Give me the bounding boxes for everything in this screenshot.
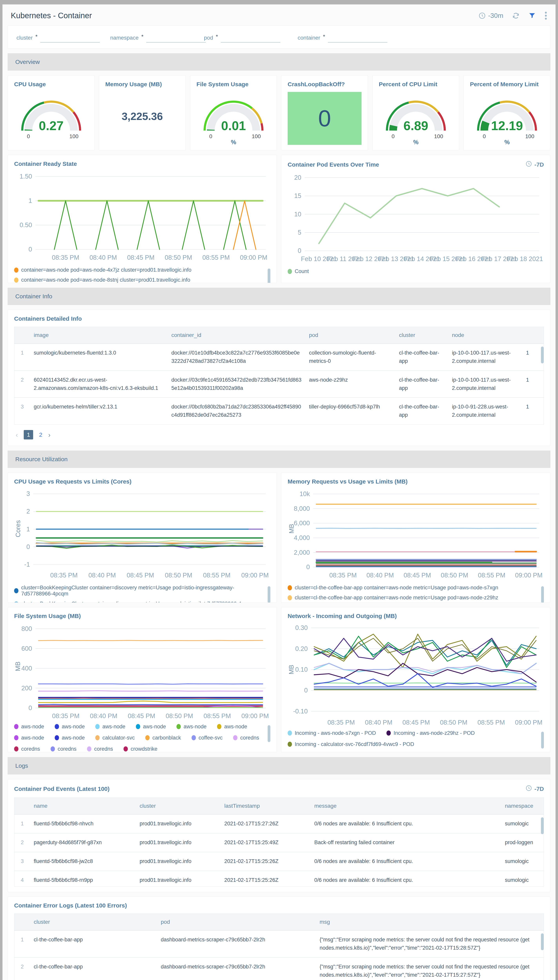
panel-time-range[interactable]: -7D (525, 161, 544, 169)
column-header[interactable]: node (448, 327, 522, 344)
table-row[interactable]: 4fluentd-5fb6b6cf98-rn9ppprod01.travello… (14, 871, 544, 887)
table-row[interactable]: 1cl-the-coffee-bar-appdashboard-metrics-… (14, 931, 544, 957)
column-header[interactable]: image (30, 327, 168, 344)
column-header[interactable]: namespace (501, 798, 544, 814)
cell: cl-the-coffee-bar-app (30, 931, 157, 957)
table-row[interactable]: 1sumologic/kubernetes-fluentd:1.3.0docke… (14, 344, 544, 370)
legend-item[interactable]: aws-node (14, 724, 44, 730)
column-header[interactable]: msg (316, 914, 544, 931)
legend-item[interactable]: calculator-svc (95, 735, 135, 741)
cell: 1 (522, 370, 544, 398)
table-row[interactable]: 2602401143452.dkr.ecr.us-west-2.amazonaw… (14, 370, 544, 398)
legend-scrollbar[interactable] (268, 586, 270, 603)
legend-item[interactable]: carbonblack (145, 735, 181, 741)
container-filter-input[interactable] (328, 33, 387, 43)
time-range-control[interactable]: -30m (478, 12, 503, 20)
column-header[interactable]: pod (157, 914, 316, 931)
legend-item[interactable]: coredns (51, 746, 77, 752)
legend-scrollbar[interactable] (268, 725, 270, 742)
column-header[interactable]: lastTimestamp (221, 798, 311, 814)
table-row[interactable]: 3fluentd-5fb6b6cf98-jw2c8prod01.travello… (14, 852, 544, 871)
panel-title: Container Error Logs (Latest 100 Errors) (14, 902, 544, 909)
namespace-filter-input[interactable] (146, 33, 206, 43)
table-scrollbar[interactable] (541, 933, 544, 950)
legend-item[interactable]: coredns (87, 746, 113, 752)
legend-item[interactable]: container=aws-node pod=aws-node-4x7jz cl… (14, 267, 263, 273)
legend-item[interactable]: aws-node (136, 724, 166, 730)
legend-color-dot (288, 269, 292, 274)
column-header[interactable] (522, 327, 544, 344)
kebab-menu-icon[interactable] (545, 11, 547, 20)
column-header[interactable]: cluster (136, 798, 221, 814)
cell: {"msg":"Error scraping node metrics: the… (316, 957, 544, 980)
legend-item[interactable]: Incoming - aws-node-s7xgn - POD (288, 730, 376, 736)
table-row[interactable]: 2cl-the-coffee-bar-appdashboard-metrics-… (14, 957, 544, 980)
legend-item[interactable]: aws-node (14, 735, 44, 741)
table-row[interactable]: 2pagerduty-84d685f79f-g87xnprod01.travel… (14, 833, 544, 852)
legend-item[interactable]: cluster=BookKeepingCluster container=dis… (14, 601, 263, 603)
cpu-limit-gauge: 6.890100% (379, 88, 453, 145)
column-header[interactable] (14, 914, 30, 931)
legend-item[interactable]: cluster=cl-the-coffee-bar-app container=… (288, 585, 537, 591)
legend-item[interactable]: Count (288, 268, 537, 274)
svg-text:100: 100 (525, 133, 534, 139)
legend-scrollbar[interactable] (268, 269, 270, 283)
prev-page-button[interactable]: ‹ (16, 431, 18, 439)
table-scrollbar[interactable] (541, 817, 544, 834)
legend-item[interactable]: aws-node (55, 735, 85, 741)
legend-color-dot (192, 735, 196, 740)
legend-item[interactable]: aws-node (95, 724, 125, 730)
pod-events-legend: Count (288, 268, 544, 274)
legend-item[interactable]: Incoming - aws-node-z29hz - POD (386, 730, 475, 736)
legend-item[interactable]: Incoming - calculator-svc-76cdf7fd69-4vw… (288, 741, 414, 747)
legend-item[interactable]: crowdstrike (123, 746, 158, 752)
svg-text:-1: -1 (24, 561, 30, 568)
panel-title: Memory Requests vs Usage vs Limits (MB) (288, 478, 544, 485)
pod-filter-input[interactable] (221, 33, 281, 43)
svg-text:08:55 PM: 08:55 PM (478, 572, 505, 579)
svg-text:0.50: 0.50 (20, 221, 32, 229)
legend-scrollbar[interactable] (541, 586, 544, 603)
legend-item[interactable]: aws-node (176, 724, 207, 730)
refresh-icon[interactable] (512, 12, 520, 20)
page-button-2[interactable]: 2 (39, 431, 43, 438)
next-page-button[interactable]: › (48, 431, 50, 439)
legend-item[interactable]: coredns (14, 746, 40, 752)
panel-title: Percent of CPU Limit (379, 81, 453, 88)
legend-item[interactable]: coffee-svc (192, 735, 223, 741)
panel-time-range[interactable]: -7D (525, 785, 544, 793)
column-header[interactable] (14, 327, 30, 344)
legend-label: Incoming - calculator-svc-76cdf7fd69-4vw… (295, 741, 414, 747)
legend-color-dot (14, 267, 18, 273)
legend-item[interactable]: aws-node (55, 724, 85, 730)
table-row[interactable]: 3gcr.io/kubernetes-helm/tiller:v2.13.1do… (14, 398, 544, 424)
legend-scrollbar[interactable] (541, 732, 544, 749)
column-header[interactable]: cluster (30, 914, 157, 931)
cell: fluentd-5fb6b6cf98-jw2c8 (30, 852, 136, 871)
table-row[interactable]: 1fluentd-5fb6b6cf98-nhvchprod01.travello… (14, 814, 544, 833)
legend-item[interactable]: aws-node (217, 724, 247, 730)
filter-icon[interactable] (528, 12, 536, 20)
column-header[interactable] (14, 798, 30, 814)
legend-item[interactable]: coredns (233, 735, 259, 741)
legend-item[interactable]: cluster=cl-the-coffee-bar-app container=… (288, 595, 537, 601)
panel-file-system-usage: File System Usage 0.010100% (190, 75, 277, 151)
column-header[interactable]: container_id (168, 327, 305, 344)
svg-text:09:00 PM: 09:00 PM (241, 572, 269, 579)
cluster-filter-input[interactable] (40, 33, 100, 43)
svg-text:MB: MB (288, 665, 295, 674)
table-scrollbar[interactable] (541, 347, 544, 364)
legend-color-dot (288, 731, 292, 736)
clock-icon (525, 785, 532, 793)
column-header[interactable]: pod (305, 327, 396, 344)
svg-text:08:55 PM: 08:55 PM (202, 254, 230, 261)
column-header[interactable]: name (30, 798, 136, 814)
legend-item[interactable]: container=aws-node pod=aws-node-8stnj cl… (14, 277, 263, 283)
svg-text:08:50 PM: 08:50 PM (165, 572, 192, 579)
column-header[interactable]: cluster (396, 327, 448, 344)
legend-item[interactable]: cluster=BookKeepingCluster container=dis… (14, 585, 263, 597)
svg-text:4,000: 4,000 (294, 534, 310, 541)
page-button-1[interactable]: 1 (24, 430, 33, 439)
legend-label: carbonblack (153, 735, 181, 741)
column-header[interactable]: message (311, 798, 501, 814)
